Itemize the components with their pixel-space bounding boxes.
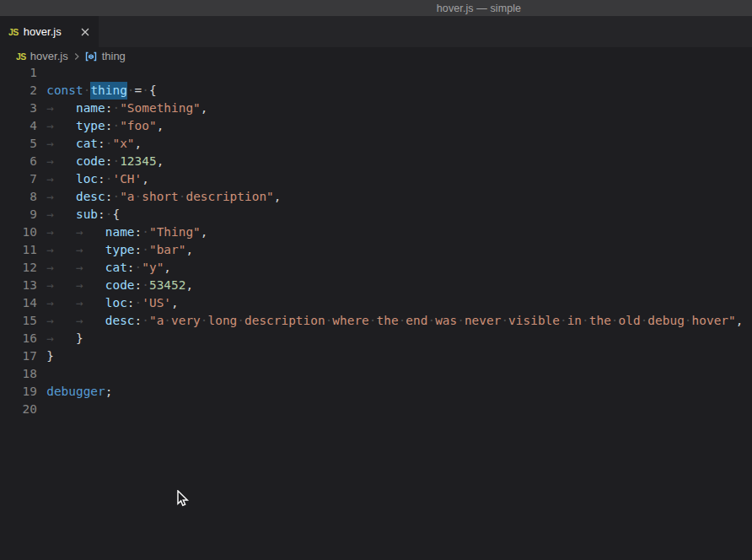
code-line[interactable]: 19debugger;	[0, 383, 752, 401]
line-content: → → name:·"Thing",	[46, 223, 207, 241]
line-number: 2	[0, 82, 37, 100]
tab-arrow: →	[46, 225, 76, 239]
whitespace-dot: ·	[112, 190, 120, 203]
line-number: 6	[0, 153, 37, 170]
code-line[interactable]: 1	[0, 64, 752, 82]
code-line[interactable]: 14→ → loc:·'US',	[0, 294, 752, 312]
whitespace-dot: ·	[112, 101, 120, 115]
line-content: → desc:·"a·short·description",	[46, 188, 281, 206]
breadcrumb-file[interactable]: hover.js	[30, 50, 68, 62]
whitespace-dot: ·	[685, 314, 692, 327]
titlebar: hover.js — simple	[0, 0, 752, 16]
tab-arrow: →	[76, 225, 105, 239]
line-number: 15	[0, 312, 37, 330]
close-x-icon	[81, 28, 89, 36]
code-line[interactable]: 9→ sub:·{	[0, 206, 752, 223]
whitespace-dot: ·	[142, 225, 149, 239]
line-content: → loc:·'CH',	[46, 170, 149, 188]
line-content: → type:·"foo",	[46, 117, 164, 135]
code-line[interactable]: 12→ → cat:·"y",	[0, 259, 752, 277]
code-line[interactable]: 6→ code:·12345,	[0, 153, 752, 170]
line-content: → }	[46, 330, 83, 347]
code-line[interactable]: 8→ desc:·"a·short·description",	[0, 188, 752, 206]
line-number: 20	[0, 401, 37, 418]
selected-word-highlight: thing	[90, 82, 126, 100]
breadcrumb-symbol[interactable]: thing	[102, 50, 126, 62]
line-number: 14	[0, 294, 37, 312]
chevron-right-icon	[71, 51, 83, 62]
code-line[interactable]: 10→ → name:·"Thing",	[0, 223, 752, 241]
window-title: hover.js — simple	[437, 3, 521, 14]
tab-arrow: →	[46, 261, 76, 274]
line-number: 4	[0, 117, 37, 135]
tab-arrow: →	[46, 207, 76, 221]
breadcrumbs: JS hover.js thing	[0, 47, 752, 65]
code-line[interactable]: 11→ → type:·"bar",	[0, 241, 752, 259]
whitespace-dot: ·	[369, 314, 377, 327]
code-line[interactable]: 5→ cat:·"x",	[0, 135, 752, 153]
whitespace-dot: ·	[83, 83, 91, 97]
whitespace-dot: ·	[142, 278, 149, 292]
whitespace-dot: ·	[142, 314, 149, 327]
line-content: → → desc:·"a·very·long·description·where…	[46, 312, 743, 330]
whitespace-dot: ·	[582, 314, 589, 327]
code-line[interactable]: 16→ }	[0, 330, 752, 347]
line-content: }	[46, 347, 54, 365]
symbol-variable-icon	[84, 50, 98, 63]
whitespace-dot: ·	[135, 261, 142, 274]
code-line[interactable]: 4→ type:·"foo",	[0, 117, 752, 135]
tab-arrow: →	[46, 278, 76, 292]
line-number: 8	[0, 188, 37, 206]
code-line[interactable]: 2const·thing·=·{	[0, 82, 752, 100]
code-line[interactable]: 3→ name:·"Something",	[0, 100, 752, 117]
whitespace-dot: ·	[142, 243, 149, 256]
tab-hover-js[interactable]: JS hover.js	[0, 16, 99, 47]
code-line[interactable]: 17}	[0, 347, 752, 365]
tab-arrow: →	[76, 261, 105, 274]
whitespace-dot: ·	[142, 83, 149, 97]
line-content: → cat:·"x",	[46, 135, 142, 153]
line-number: 5	[0, 135, 37, 153]
code-line[interactable]: 7→ loc:·'CH',	[0, 170, 752, 188]
code-line[interactable]: 18	[0, 365, 752, 383]
line-number: 9	[0, 206, 37, 223]
line-number: 13	[0, 277, 37, 294]
code-line[interactable]: 20	[0, 401, 752, 418]
line-content: const·thing·=·{	[46, 82, 156, 100]
tab-arrow: →	[76, 296, 105, 310]
tab-arrow: →	[46, 137, 76, 150]
whitespace-dot: ·	[457, 314, 465, 327]
whitespace-dot: ·	[112, 119, 120, 132]
tab-arrow: →	[46, 331, 76, 345]
tab-arrow: →	[46, 172, 76, 186]
tab-arrow: →	[46, 190, 76, 203]
line-number: 3	[0, 100, 37, 117]
line-number: 12	[0, 259, 37, 277]
code-line[interactable]: 13→ → code:·53452,	[0, 277, 752, 294]
line-content: → → type:·"bar",	[46, 241, 193, 259]
line-number: 18	[0, 365, 37, 383]
whitespace-dot: ·	[135, 190, 142, 203]
tab-arrow: →	[76, 243, 105, 256]
tab-label: hover.js	[24, 25, 62, 38]
code-line[interactable]: 15→ → desc:·"a·very·long·description·whe…	[0, 312, 752, 330]
line-number: 1	[0, 64, 37, 82]
close-tab-icon[interactable]	[78, 25, 92, 39]
line-content: → → loc:·'US',	[46, 294, 179, 312]
line-number: 17	[0, 347, 37, 365]
line-number: 19	[0, 383, 37, 401]
tab-arrow: →	[46, 296, 76, 310]
line-content: → → cat:·"y",	[46, 259, 171, 277]
tab-arrow: →	[46, 119, 76, 132]
tab-arrow: →	[46, 243, 76, 256]
whitespace-dot: ·	[560, 314, 567, 327]
javascript-file-icon: JS	[16, 51, 26, 62]
line-content: debugger;	[46, 383, 112, 401]
whitespace-dot: ·	[112, 154, 120, 168]
whitespace-dot: ·	[237, 314, 244, 327]
line-number: 7	[0, 170, 37, 188]
code-editor[interactable]: 12const·thing·=·{3→ name:·"Something",4→…	[0, 64, 752, 560]
javascript-file-icon: JS	[8, 27, 19, 37]
whitespace-dot: ·	[164, 314, 171, 327]
tab-arrow: →	[46, 154, 76, 168]
